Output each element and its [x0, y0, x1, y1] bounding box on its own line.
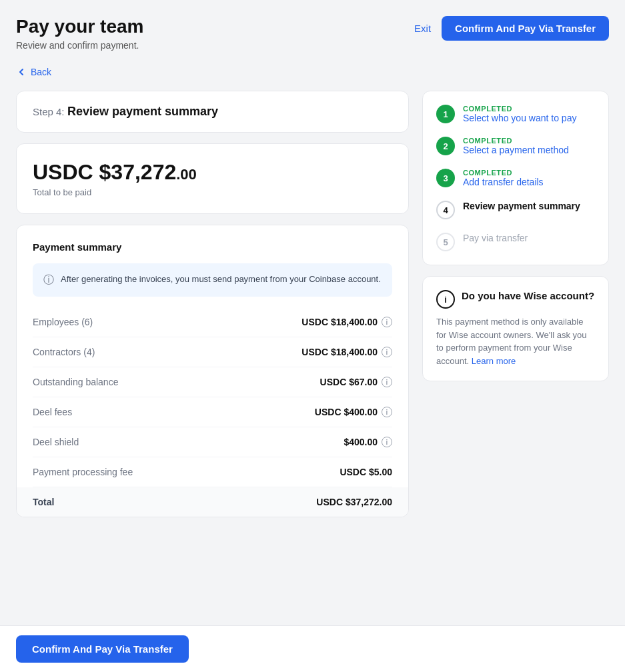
confirm-pay-button-top[interactable]: Confirm And Pay Via Transfer: [442, 16, 609, 41]
wise-info-card: i Do you have Wise account? This payment…: [422, 276, 609, 381]
step-3-status: COMPLETED: [463, 169, 544, 177]
summary-row-outstanding: Outstanding balance USDC $67.00 i: [33, 367, 392, 397]
summary-rows: Employees (6) USDC $18,400.00 i Contract…: [33, 307, 392, 517]
exit-button[interactable]: Exit: [414, 23, 431, 34]
employees-info-icon[interactable]: i: [382, 317, 392, 327]
step-2-status: COMPLETED: [463, 137, 569, 145]
deel-fees-info-icon[interactable]: i: [382, 407, 392, 417]
step-5-name: Pay via transfer: [463, 233, 528, 243]
wise-title: Do you have Wise account?: [462, 290, 594, 301]
step-title: Review payment summary: [67, 105, 218, 118]
contractors-info-icon[interactable]: i: [382, 347, 392, 357]
summary-row-deel-shield: Deel shield $400.00 i: [33, 427, 392, 457]
step-1-status: COMPLETED: [463, 105, 576, 113]
step-circle-2: 2: [436, 137, 455, 155]
summary-row-deel-fees: Deel fees USDC $400.00 i: [33, 397, 392, 427]
summary-row-processing-fee: Payment processing fee USDC $5.00: [33, 457, 392, 487]
info-message: After generating the invoices, you must …: [61, 273, 381, 287]
step-3-name[interactable]: Add transfer details: [463, 177, 544, 187]
arrow-left-icon: [16, 67, 27, 77]
wise-info-icon: i: [436, 290, 455, 309]
amount-label: Total to be paid: [33, 187, 392, 197]
page-title: Pay your team: [16, 16, 143, 37]
bottom-bar: Confirm And Pay Via Transfer: [0, 625, 625, 672]
steps-card: 1 COMPLETED Select who you want to pay 2…: [422, 91, 609, 265]
payment-summary-card: Payment summary ⓘ After generating the i…: [16, 225, 409, 517]
step-label: Step 4:: [33, 106, 65, 117]
total-amount: USDC $37,272.00: [33, 160, 392, 185]
step-circle-3: 3: [436, 169, 455, 187]
step-4-name: Review payment summary: [463, 201, 580, 211]
summary-row-employees: Employees (6) USDC $18,400.00 i: [33, 307, 392, 337]
wise-description: This payment method is only available fo…: [436, 315, 595, 367]
amount-card: USDC $37,272.00 Total to be paid: [16, 143, 409, 214]
step-circle-4: 4: [436, 201, 455, 219]
wise-learn-more-link[interactable]: Learn more: [472, 356, 516, 366]
step-item-5: 5 Pay via transfer: [436, 233, 595, 251]
step-circle-1: 1: [436, 105, 455, 123]
step-item-3: 3 COMPLETED Add transfer details: [436, 169, 595, 187]
deel-shield-info-icon[interactable]: i: [382, 437, 392, 447]
step-item-2: 2 COMPLETED Select a payment method: [436, 137, 595, 155]
step-2-name[interactable]: Select a payment method: [463, 145, 569, 155]
confirm-pay-button-bottom[interactable]: Confirm And Pay Via Transfer: [16, 635, 189, 663]
step-header-card: Step 4: Review payment summary: [16, 91, 409, 133]
step-1-name[interactable]: Select who you want to pay: [463, 113, 576, 123]
outstanding-info-icon[interactable]: i: [382, 377, 392, 387]
info-icon: ⓘ: [43, 273, 54, 287]
step-item-1: 1 COMPLETED Select who you want to pay: [436, 105, 595, 123]
summary-row-contractors: Contractors (4) USDC $18,400.00 i: [33, 337, 392, 367]
step-circle-5: 5: [436, 233, 455, 251]
summary-row-total: Total USDC $37,272.00: [17, 487, 408, 517]
page-subtitle: Review and confirm payment.: [16, 40, 143, 51]
step-item-4: 4 Review payment summary: [436, 201, 595, 219]
info-box: ⓘ After generating the invoices, you mus…: [33, 263, 392, 297]
summary-title: Payment summary: [33, 241, 392, 253]
back-link[interactable]: Back: [16, 67, 609, 77]
